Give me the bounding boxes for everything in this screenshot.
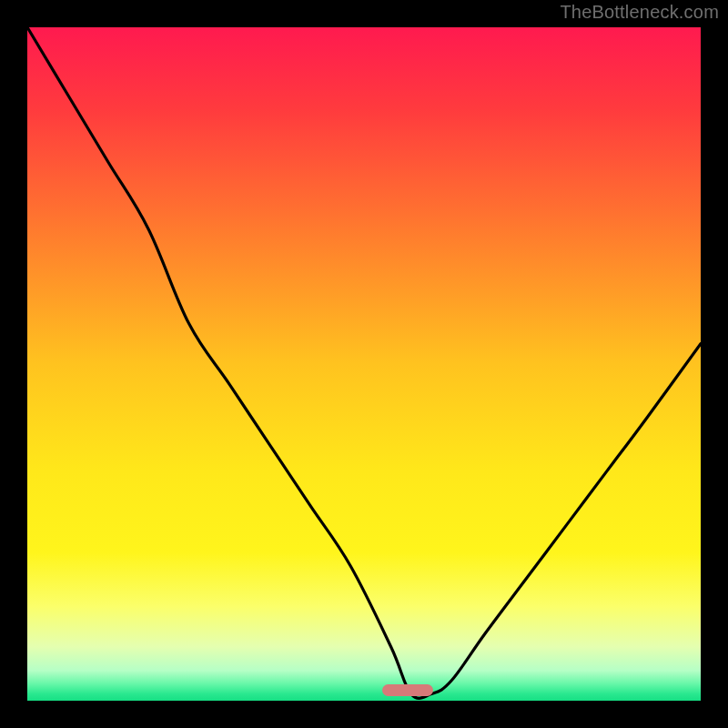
bottleneck-curve (27, 27, 701, 701)
watermark-text: TheBottleneck.com (560, 2, 719, 23)
bottleneck-chart (27, 27, 701, 701)
optimal-marker (382, 684, 433, 696)
